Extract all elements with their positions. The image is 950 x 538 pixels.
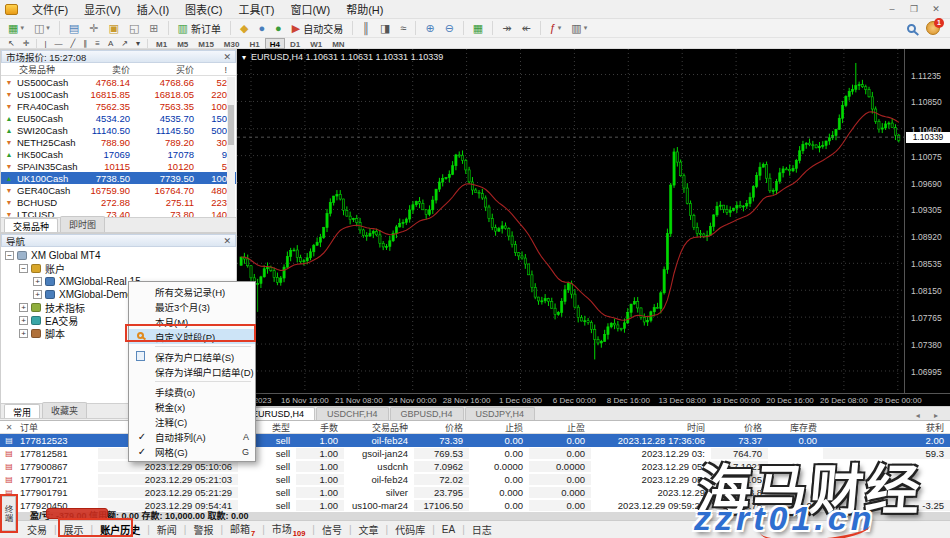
chart-tab[interactable]: USDCHF,H4	[316, 407, 389, 420]
tile-windows-button[interactable]: ▦	[469, 20, 487, 36]
column-header[interactable]: 手数	[296, 421, 344, 434]
menu-item-charts[interactable]: 图表(C)	[177, 0, 230, 19]
timeframe-w1[interactable]: W1	[305, 38, 327, 49]
market-row[interactable]: ▼US500Cash4768.144768.6652	[1, 76, 236, 88]
column-header[interactable]: 获利	[823, 421, 950, 434]
column-header[interactable]: 止损	[469, 421, 529, 434]
expand-icon[interactable]: +	[33, 290, 42, 299]
restore-button[interactable]: ❐	[908, 4, 920, 14]
context-menu-item-commissions[interactable]: 手续费(o)	[129, 384, 255, 399]
column-header[interactable]: 价格	[711, 421, 768, 434]
one-click-trading-icon[interactable]: ▾	[242, 53, 246, 62]
expand-icon[interactable]: +	[19, 316, 28, 325]
search-icon[interactable]	[907, 24, 916, 33]
chart-tab[interactable]: GBPUSD,H4	[390, 407, 464, 420]
terminal-tab-news[interactable]: 新闻	[150, 522, 184, 537]
timeframe-h4[interactable]: H4	[265, 38, 285, 49]
terminal-tab-market[interactable]: 市场109	[265, 521, 313, 538]
terminal-tab-trade[interactable]: 交易	[20, 522, 54, 537]
chevron-down-icon[interactable]: ▾	[46, 24, 50, 32]
data-window-toggle[interactable]: ✛	[85, 20, 102, 36]
cursor-tool[interactable]: ↖	[4, 38, 19, 49]
timeframe-d1[interactable]: D1	[285, 38, 305, 49]
market-watch-tab[interactable]: 即时图	[60, 216, 105, 232]
chart-tab-scroll-arrows[interactable]: ◂ ▸	[916, 411, 950, 420]
terminal-tab-articles[interactable]: 文章	[352, 522, 386, 537]
close-icon[interactable]: ✕	[223, 52, 231, 62]
context-menu-item-save-as-report[interactable]: 保存为户口结单(S)	[129, 349, 255, 364]
tree-item[interactable]: −XM Global MT4	[1, 249, 236, 262]
column-header[interactable]: 价格	[414, 421, 469, 434]
column-header[interactable]: 交易品种	[344, 421, 414, 434]
terminal-tab-experts[interactable]: EA	[435, 524, 462, 535]
trendline-tool[interactable]: ╱	[66, 38, 79, 49]
line-mode-button[interactable]: ≈	[396, 20, 410, 36]
column-header[interactable]: 止盈	[529, 421, 591, 434]
context-menu-item-last-3-months[interactable]: 最近3个月(3)	[129, 299, 255, 314]
fibonacci-tool[interactable]: ≡	[91, 38, 104, 49]
timeframe-mn[interactable]: MN	[327, 38, 349, 49]
metaeditor-button[interactable]: ◆	[236, 20, 252, 36]
terminal-tab-journal[interactable]: 日志	[465, 522, 499, 537]
terminal-tab-alerts[interactable]: 警报	[186, 522, 220, 537]
market-row[interactable]: ▲HK50Cash17069170789	[1, 148, 236, 160]
website-button[interactable]: ●	[271, 20, 286, 36]
indicators-button[interactable]: ƒ▾	[546, 20, 566, 36]
chevron-down-icon[interactable]: ▾	[584, 24, 588, 32]
time-axis[interactable]: 9 Nov 202316 Nov 16:0021 Nov 08:0024 Nov…	[237, 393, 950, 406]
zoom-in-button[interactable]: ⊕	[421, 20, 438, 36]
context-menu-item-all-history[interactable]: 所有交易记录(H)	[129, 284, 255, 299]
channel-tool[interactable]: ∥	[79, 38, 91, 49]
context-menu-item-grid[interactable]: ✓网格(G)G	[129, 444, 255, 459]
new-chart-button[interactable]: ▦▾	[4, 20, 28, 36]
column-header[interactable]: 订单	[18, 421, 98, 434]
navigator-tab[interactable]: 常用	[4, 404, 40, 418]
menu-item-file[interactable]: 文件(F)	[24, 0, 76, 19]
bars-mode-button[interactable]: ║	[358, 20, 374, 36]
periods-button[interactable]: ▥▾	[567, 20, 591, 36]
expand-icon[interactable]: +	[19, 303, 28, 312]
price-chart[interactable]	[237, 49, 904, 393]
expand-icon[interactable]: +	[19, 329, 28, 338]
market-watch-toggle[interactable]: ▤	[65, 20, 83, 36]
community-button[interactable]: ●	[254, 20, 269, 36]
chart-window[interactable]: ▾ EURUSD,H4 1.10631 1.10631 1.10331 1.10…	[237, 49, 950, 406]
collapse-icon[interactable]: −	[19, 264, 28, 273]
expand-icon[interactable]: +	[33, 277, 42, 286]
text-tool[interactable]: A	[104, 38, 117, 49]
column-header[interactable]: 时间	[591, 421, 711, 434]
market-row[interactable]: ▼BCHUSD272.88275.11223	[1, 196, 236, 208]
chart-tab[interactable]: USDJPY,H4	[465, 407, 535, 420]
arrows-tool[interactable]: ↗	[117, 38, 132, 49]
market-row[interactable]: ▼US100Cash16815.8516818.05220	[1, 88, 236, 100]
timeframe-m1[interactable]: M1	[151, 38, 172, 49]
timeframe-h1[interactable]: H1	[244, 38, 264, 49]
zoom-out-button[interactable]: ⊖	[441, 20, 458, 36]
candles-mode-button[interactable]: ◨	[376, 20, 394, 36]
vline-tool[interactable]: |	[40, 38, 50, 49]
market-row[interactable]: ▼NETH25Cash788.90789.2030	[1, 136, 236, 148]
close-icon[interactable]: ✕	[223, 236, 231, 246]
chevron-down-icon[interactable]: ▾	[20, 24, 24, 32]
menu-item-help[interactable]: 帮助(H)	[338, 0, 391, 19]
market-row[interactable]: ▼GER40Cash16759.9016764.70480	[1, 184, 236, 196]
crosshair-tool[interactable]: ✛	[19, 38, 34, 49]
close-button[interactable]: ✕	[930, 4, 942, 14]
market-watch-tab[interactable]: 交易品种	[4, 218, 58, 232]
minimize-button[interactable]: –	[886, 4, 898, 14]
market-row[interactable]: ▼FRA40Cash7562.357563.35100	[1, 100, 236, 112]
profiles-button[interactable]: ◫▾	[30, 20, 54, 36]
hline-tool[interactable]: —	[50, 38, 66, 49]
navigator-toggle[interactable]: ▣	[104, 20, 122, 36]
terminal-tab-code-base[interactable]: 代码库	[388, 522, 432, 537]
close-icon[interactable]: ✕	[0, 423, 18, 432]
context-menu-item-taxes[interactable]: 税金(x)	[129, 399, 255, 414]
auto-scroll-button[interactable]: ↠	[498, 20, 515, 36]
market-row[interactable]: ▼SPAIN35Cash10115101205	[1, 160, 236, 172]
timeframe-m30[interactable]: M30	[219, 38, 245, 49]
terminal-toggle[interactable]: ◱	[125, 20, 143, 36]
context-menu-item-save-as-detailed-report[interactable]: 保存为详细户口结单(D)	[129, 364, 255, 379]
menu-item-tools[interactable]: 工具(T)	[230, 0, 282, 19]
collapse-icon[interactable]: −	[5, 251, 14, 260]
tree-item[interactable]: −账户	[1, 262, 236, 275]
